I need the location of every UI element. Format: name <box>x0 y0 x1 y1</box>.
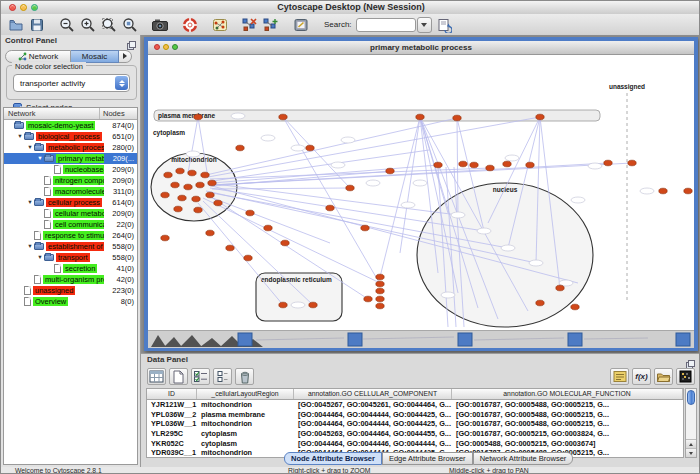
graph-node[interactable] <box>346 185 354 191</box>
network-window-titlebar[interactable]: primary metabolic process <box>148 41 694 55</box>
graph-node[interactable] <box>161 235 169 241</box>
graph-node[interactable] <box>386 168 394 174</box>
attribute-matrix-button[interactable] <box>676 368 695 385</box>
tree-row-biological-process[interactable]: ▼biological_process651(0) <box>4 131 137 142</box>
delete-attribute-button[interactable] <box>235 368 254 385</box>
graph-node[interactable] <box>486 165 494 171</box>
graph-node[interactable] <box>364 296 372 302</box>
graph-node[interactable] <box>246 210 254 216</box>
graph-node[interactable] <box>236 145 244 151</box>
network-tree[interactable]: Network Nodes mosaic-demo-yeast874(0)▼bi… <box>3 107 138 465</box>
disclosure-triangle-icon[interactable]: ▼ <box>26 142 34 153</box>
graph-node[interactable] <box>684 188 692 194</box>
graph-node[interactable] <box>279 114 287 120</box>
open-session-button[interactable] <box>7 16 25 34</box>
search-dropdown-button[interactable] <box>417 17 432 33</box>
attribute-label-button[interactable] <box>610 368 629 385</box>
unselect-attributes-button[interactable] <box>213 368 232 385</box>
graph-node[interactable] <box>376 288 384 294</box>
graph-node[interactable] <box>192 196 200 202</box>
disclosure-triangle-icon[interactable]: ▼ <box>36 252 44 263</box>
tree-row-multi-organism-pro[interactable]: multi-organism pro42(0) <box>4 274 137 285</box>
create-view-icon[interactable] <box>262 16 280 34</box>
graph-node[interactable] <box>416 114 424 120</box>
network-minimize-button[interactable] <box>163 44 169 50</box>
graph-node[interactable] <box>376 296 384 302</box>
import-attributes-button[interactable] <box>654 368 673 385</box>
color-attribute-select[interactable]: transporter activity <box>13 74 130 92</box>
graph-node[interactable] <box>206 192 214 198</box>
table-row[interactable]: YPL036W__1mitochondrion[GO:0044464, GO:0… <box>147 419 683 429</box>
disclosure-triangle-icon[interactable]: ▼ <box>26 241 34 252</box>
network-overview-icon[interactable] <box>211 16 229 34</box>
table-vertical-scrollbar[interactable] <box>685 388 697 458</box>
graph-node[interactable] <box>214 200 222 206</box>
tree-row-nucleobase[interactable]: nucleobase-209(0) <box>4 164 137 175</box>
graph-node[interactable] <box>526 162 534 168</box>
scroll-down-button[interactable] <box>686 448 696 457</box>
graph-node[interactable] <box>244 255 252 261</box>
graph-node[interactable] <box>279 302 287 308</box>
float-panel-icon[interactable] <box>686 355 695 364</box>
select-attributes-button[interactable] <box>191 368 210 385</box>
graph-node[interactable] <box>171 182 179 188</box>
network-view-window[interactable]: primary metabolic process plasma membran… <box>144 37 698 351</box>
tab-scroll-right-button[interactable] <box>119 50 132 63</box>
graph-node[interactable] <box>326 205 334 211</box>
graph-node[interactable] <box>309 302 317 308</box>
tab-network[interactable]: Network <box>5 50 71 63</box>
table-row[interactable]: YPL036W__2plasma membrane[GO:0044464, GO… <box>147 410 683 420</box>
disclosure-triangle-icon[interactable]: ▼ <box>26 197 34 208</box>
graph-node[interactable] <box>196 182 204 188</box>
column-header-region[interactable]: _cellularLayoutRegion <box>197 389 294 399</box>
table-row[interactable]: YKR052Ccytoplasm[GO:0044464, GO:0044446,… <box>147 438 683 448</box>
tree-row-mosaic-demo-yeast[interactable]: mosaic-demo-yeast874(0) <box>4 120 137 131</box>
graph-node[interactable] <box>604 160 612 166</box>
graph-node[interactable] <box>164 172 172 178</box>
column-header-molecular-function[interactable]: annotation.GO MOLECULAR_FUNCTION <box>452 389 683 399</box>
column-header-cellular-component[interactable]: annotation.GO CELLULAR_COMPONENT <box>294 389 452 399</box>
graph-node[interactable] <box>194 114 202 120</box>
tab-mosaic[interactable]: Mosaic <box>71 50 119 63</box>
tree-row-response-to-stimulu[interactable]: response to stimulu264(0) <box>4 230 137 241</box>
new-attribute-button[interactable] <box>169 368 188 385</box>
search-input[interactable] <box>356 18 416 32</box>
annotation-palette-icon[interactable] <box>292 16 310 34</box>
graph-node[interactable] <box>178 195 186 201</box>
graph-node[interactable] <box>376 281 384 287</box>
graph-node[interactable] <box>503 161 511 167</box>
graph-node[interactable] <box>571 304 579 310</box>
scroll-up-button[interactable] <box>686 439 696 448</box>
table-row[interactable]: YLR295Ccytoplasm[GO:0045263, GO:0044464,… <box>147 429 683 439</box>
disclosure-triangle-icon[interactable]: ▼ <box>16 131 24 142</box>
tab-edge-attribute-browser[interactable]: Edge Attribute Browser <box>382 452 473 465</box>
tree-row-nitrogen-compo[interactable]: nitrogen compo209(0) <box>4 175 137 186</box>
zoom-fit-icon[interactable] <box>100 16 118 34</box>
search-configuration-button[interactable] <box>435 16 453 34</box>
graph-node[interactable] <box>226 245 234 251</box>
tree-row-transport[interactable]: ▼transport558(0) <box>4 252 137 263</box>
graph-node[interactable] <box>201 172 209 178</box>
tree-row-unassigned[interactable]: unassigned223(0) <box>4 285 137 296</box>
tree-row-overview[interactable]: Overview8(0) <box>4 296 137 307</box>
tab-network-attribute-browser[interactable]: Network Attribute Browser <box>473 452 574 465</box>
graph-node[interactable] <box>453 115 461 121</box>
graph-node[interactable] <box>470 162 478 168</box>
tree-row-cellular-metabo[interactable]: cellular metabo209(0) <box>4 208 137 219</box>
destroy-network-icon[interactable] <box>241 16 259 34</box>
tree-row-metabolic-process[interactable]: ▼metabolic process280(0) <box>4 142 137 153</box>
table-row[interactable]: YJR121W__1mitochondrion[GO:0045267, GO:0… <box>147 400 683 410</box>
zoom-out-icon[interactable] <box>58 16 76 34</box>
tree-row-primary-metabo[interactable]: ▼primary metabo209(... <box>4 153 137 164</box>
column-header-id[interactable]: ID <box>147 389 197 399</box>
disclosure-triangle-icon[interactable]: ▼ <box>36 153 44 164</box>
network-close-button[interactable] <box>154 44 160 50</box>
float-panel-icon[interactable] <box>127 36 136 45</box>
zoom-selected-icon[interactable] <box>121 16 139 34</box>
tree-row-macromolecule[interactable]: macromolecule311(0) <box>4 186 137 197</box>
save-session-button[interactable] <box>28 16 46 34</box>
tree-row-establishment-of-lo[interactable]: ▼establishment of lo558(0) <box>4 241 137 252</box>
help-lifesaver-icon[interactable] <box>181 16 199 34</box>
tree-row-secretion[interactable]: secretion41(0) <box>4 263 137 274</box>
network-canvas[interactable]: plasma membranecytoplasmmitochondrionnuc… <box>148 55 694 330</box>
